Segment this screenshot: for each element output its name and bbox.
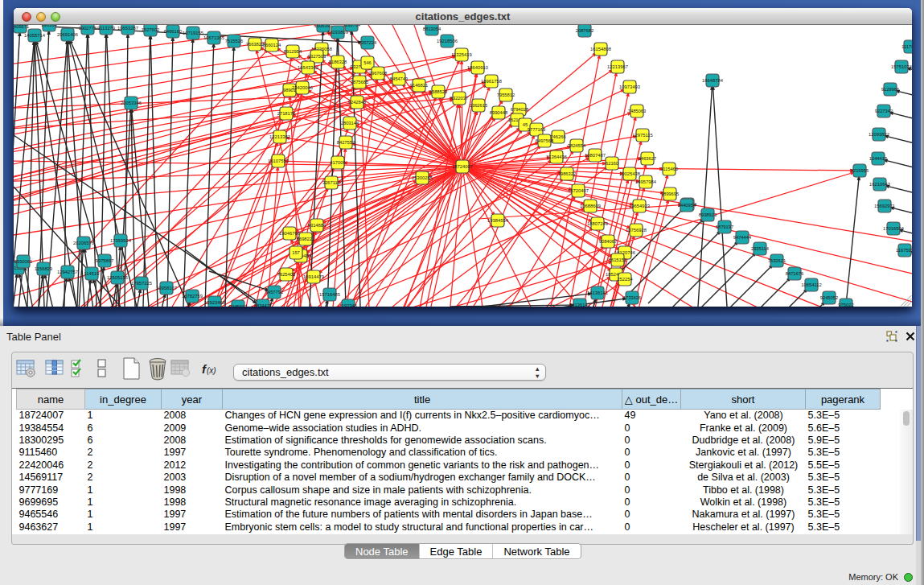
svg-text:8322037: 8322037 xyxy=(450,96,469,101)
svg-text:10671365: 10671365 xyxy=(203,35,224,40)
svg-text:9327503: 9327503 xyxy=(308,54,326,59)
svg-text:10756928: 10756928 xyxy=(626,228,647,233)
svg-text:20053346: 20053346 xyxy=(121,101,142,105)
svg-text:252254: 252254 xyxy=(617,277,633,282)
svg-text:9227342: 9227342 xyxy=(875,109,893,113)
svg-text:12505135: 12505135 xyxy=(107,275,128,280)
svg-text:15716485: 15716485 xyxy=(319,292,340,297)
svg-text:7632621: 7632621 xyxy=(768,258,786,263)
svg-text:18640910: 18640910 xyxy=(467,65,488,70)
svg-text:8990448: 8990448 xyxy=(490,110,508,115)
svg-text:3824554: 3824554 xyxy=(568,143,586,148)
svg-text:8454749: 8454749 xyxy=(390,76,409,81)
svg-text:12942757: 12942757 xyxy=(57,270,78,274)
svg-text:10653287: 10653287 xyxy=(117,26,138,31)
svg-text:9777169: 9777169 xyxy=(528,127,546,132)
svg-text:17016504: 17016504 xyxy=(883,226,905,231)
svg-text:12213967: 12213967 xyxy=(607,64,628,69)
svg-text:9129966: 9129966 xyxy=(881,87,900,92)
svg-text:996164: 996164 xyxy=(41,25,57,27)
svg-text:6497568: 6497568 xyxy=(536,138,554,143)
svg-text:2967608: 2967608 xyxy=(369,71,388,76)
svg-text:7663822: 7663822 xyxy=(246,42,265,47)
svg-text:14136141: 14136141 xyxy=(587,290,608,295)
svg-text:5698222: 5698222 xyxy=(297,237,315,241)
svg-text:8293764: 8293764 xyxy=(343,25,361,27)
svg-text:6879197: 6879197 xyxy=(716,225,734,229)
svg-text:6794028: 6794028 xyxy=(511,107,529,112)
svg-text:1588520: 1588520 xyxy=(429,89,448,94)
svg-text:7357224: 7357224 xyxy=(359,40,377,45)
svg-text:10958107: 10958107 xyxy=(156,286,177,290)
svg-text:8912954: 8912954 xyxy=(284,49,302,54)
svg-text:1527602: 1527602 xyxy=(142,27,160,32)
svg-text:12975115: 12975115 xyxy=(632,133,652,138)
svg-text:16210643: 16210643 xyxy=(869,182,890,187)
svg-text:9975867: 9975867 xyxy=(96,258,114,263)
svg-text:8186328: 8186328 xyxy=(329,60,347,64)
svg-text:16782759: 16782759 xyxy=(182,294,203,299)
svg-text:8215955: 8215955 xyxy=(851,168,869,173)
svg-text:15720407: 15720407 xyxy=(568,188,589,193)
svg-text:8938923: 8938923 xyxy=(699,212,717,217)
svg-text:1405571: 1405571 xyxy=(14,25,29,29)
svg-text:8660124: 8660124 xyxy=(263,43,281,47)
svg-text:9463627: 9463627 xyxy=(639,156,657,161)
svg-text:21364436: 21364436 xyxy=(546,154,567,159)
svg-text:62160: 62160 xyxy=(606,161,618,166)
svg-text:11325419: 11325419 xyxy=(451,52,471,57)
svg-text:15751074: 15751074 xyxy=(891,64,912,69)
svg-text:18724007: 18724007 xyxy=(452,164,473,169)
svg-text:15692971: 15692971 xyxy=(874,204,895,208)
svg-text:1117094: 1117094 xyxy=(901,44,912,49)
svg-text:20206576: 20206576 xyxy=(73,241,94,245)
svg-text:1902775: 1902775 xyxy=(79,26,97,31)
svg-text:6466160: 6466160 xyxy=(164,29,183,34)
svg-text:1362615: 1362615 xyxy=(470,103,488,108)
svg-text:19654923: 19654923 xyxy=(629,204,650,208)
svg-text:8834421: 8834421 xyxy=(254,303,273,307)
svg-text:16033809: 16033809 xyxy=(327,30,348,35)
svg-text:(x): (x) xyxy=(207,366,216,375)
svg-text:25300285: 25300285 xyxy=(412,175,433,180)
svg-text:10807487: 10807487 xyxy=(585,153,606,158)
svg-text:2087682: 2087682 xyxy=(576,28,594,33)
svg-text:10025438: 10025438 xyxy=(619,171,640,176)
svg-text:10973493: 10973493 xyxy=(619,84,640,89)
svg-text:114519: 114519 xyxy=(84,271,100,276)
svg-text:7515526: 7515526 xyxy=(225,39,244,43)
svg-text:3267110: 3267110 xyxy=(322,180,340,185)
svg-text:19218506: 19218506 xyxy=(437,39,458,43)
svg-text:1615152: 1615152 xyxy=(609,257,627,262)
svg-text:17359924: 17359924 xyxy=(110,238,132,243)
svg-text:546: 546 xyxy=(363,60,372,65)
svg-text:157: 157 xyxy=(292,250,300,255)
svg-text:9474444: 9474444 xyxy=(733,235,752,240)
svg-text:12093822: 12093822 xyxy=(869,132,889,137)
svg-text:9245052: 9245052 xyxy=(820,295,839,300)
svg-text:8427552: 8427552 xyxy=(337,140,355,145)
svg-text:2803144: 2803144 xyxy=(341,121,359,126)
svg-text:19046766: 19046766 xyxy=(279,231,300,236)
svg-text:1244415: 1244415 xyxy=(869,156,888,161)
svg-text:9084067: 9084067 xyxy=(599,239,618,244)
svg-text:9314884: 9314884 xyxy=(308,223,326,228)
svg-text:9245012: 9245012 xyxy=(229,304,248,307)
svg-text:19384554: 19384554 xyxy=(487,218,509,223)
svg-text:12213382: 12213382 xyxy=(269,134,290,139)
svg-text:975022: 975022 xyxy=(838,303,853,307)
svg-text:9242848: 9242848 xyxy=(348,100,367,105)
svg-text:7986322: 7986322 xyxy=(558,171,577,176)
svg-text:8550061: 8550061 xyxy=(14,259,33,264)
svg-text:7485063: 7485063 xyxy=(628,109,647,113)
svg-text:417006: 417006 xyxy=(330,160,345,165)
svg-text:9457791: 9457791 xyxy=(265,290,284,295)
svg-text:10688609: 10688609 xyxy=(580,204,601,208)
svg-text:16961758: 16961758 xyxy=(481,79,502,84)
svg-text:10719155: 10719155 xyxy=(183,31,203,35)
svg-text:2935114: 2935114 xyxy=(751,246,770,251)
svg-text:16914479: 16914479 xyxy=(303,274,324,279)
svg-text:14957984: 14957984 xyxy=(635,179,657,184)
svg-text:16648784: 16648784 xyxy=(702,78,724,83)
svg-text:8471676: 8471676 xyxy=(786,271,804,276)
